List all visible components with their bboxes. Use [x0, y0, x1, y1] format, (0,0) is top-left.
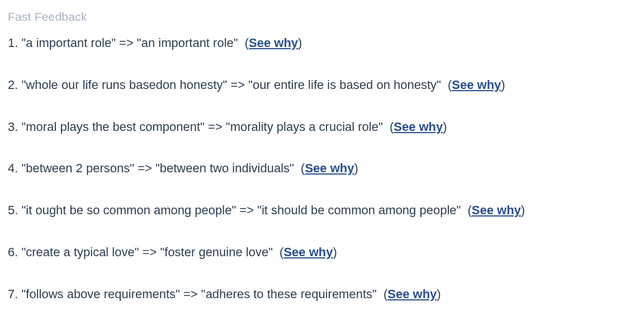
- see-why-link[interactable]: See why: [305, 161, 354, 175]
- feedback-item: 5. "it ought be so common among people" …: [8, 202, 636, 219]
- see-why-wrap: (See why): [280, 245, 337, 259]
- paren-open: (: [467, 203, 471, 217]
- see-why-wrap: (See why): [383, 287, 441, 301]
- paren-open: (: [245, 36, 249, 50]
- see-why-link[interactable]: See why: [283, 245, 333, 259]
- see-why-link[interactable]: See why: [472, 203, 521, 217]
- paren-close: ): [501, 78, 505, 92]
- feedback-list: 1. "a important role" => "an important r…: [8, 35, 636, 303]
- feedback-item: 4. "between 2 persons" => "between two i…: [8, 160, 636, 177]
- item-number: 4.: [8, 161, 18, 175]
- item-text: "a important role" => "an important role…: [21, 36, 238, 50]
- item-number: 1.: [8, 36, 18, 50]
- see-why-link[interactable]: See why: [394, 120, 443, 134]
- item-number: 6.: [8, 245, 18, 259]
- paren-close: ): [333, 245, 337, 259]
- see-why-wrap: (See why): [467, 203, 525, 217]
- item-number: 2.: [8, 78, 18, 92]
- see-why-wrap: (See why): [301, 161, 358, 175]
- item-number: 7.: [8, 287, 18, 301]
- see-why-link[interactable]: See why: [249, 36, 298, 50]
- see-why-wrap: (See why): [245, 36, 302, 50]
- item-text: "whole our life runs basedon honesty" =>…: [21, 78, 441, 92]
- item-text: "create a typical love" => "foster genui…: [21, 245, 273, 259]
- paren-close: ): [298, 36, 302, 50]
- page-title: Fast Feedback: [8, 10, 636, 23]
- item-number: 3.: [8, 120, 18, 134]
- item-number: 5.: [8, 203, 18, 217]
- paren-close: ): [354, 161, 358, 175]
- item-text: "moral plays the best component" => "mor…: [21, 120, 382, 134]
- feedback-item: 1. "a important role" => "an important r…: [8, 35, 636, 52]
- paren-close: ): [521, 203, 525, 217]
- item-text: "it ought be so common among people" => …: [21, 203, 461, 217]
- feedback-item: 2. "whole our life runs basedon honesty"…: [8, 77, 636, 94]
- item-text: "between 2 persons" => "between two indi…: [21, 161, 293, 175]
- item-text: "follows above requirements" => "adheres…: [21, 287, 376, 301]
- paren-close: ): [443, 120, 447, 134]
- see-why-link[interactable]: See why: [452, 78, 501, 92]
- feedback-item: 6. "create a typical love" => "foster ge…: [8, 244, 636, 261]
- paren-close: ): [437, 287, 441, 301]
- see-why-wrap: (See why): [390, 120, 447, 134]
- see-why-wrap: (See why): [448, 78, 505, 92]
- see-why-link[interactable]: See why: [387, 287, 437, 301]
- feedback-item: 3. "moral plays the best component" => "…: [8, 119, 636, 136]
- feedback-item: 7. "follows above requirements" => "adhe…: [8, 286, 636, 303]
